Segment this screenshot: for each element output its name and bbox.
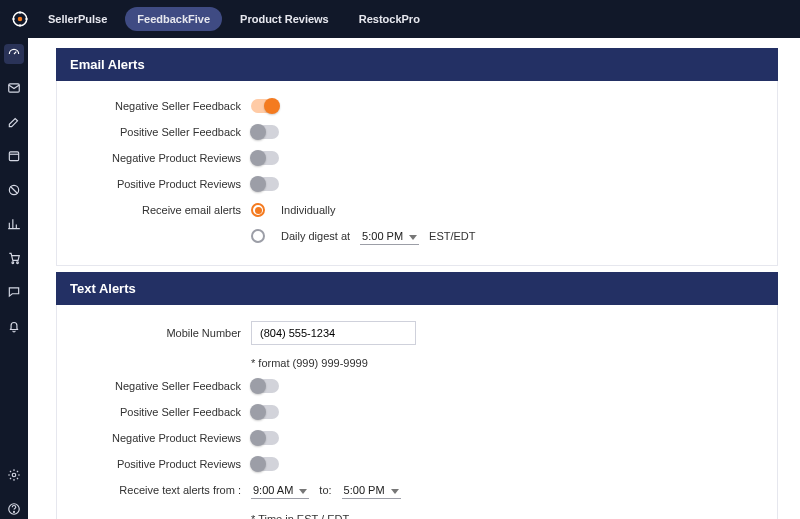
calendar-icon[interactable] (4, 146, 24, 166)
digest-tz: EST/EDT (429, 230, 475, 242)
radio-daily-digest-label: Daily digest at (281, 230, 350, 242)
block-icon[interactable] (4, 180, 24, 200)
toggle-text-neg-seller[interactable] (251, 379, 279, 393)
label-email-neg-review: Negative Product Reviews (71, 152, 251, 164)
svg-point-5 (12, 262, 14, 264)
main-content: Email Alerts Negative Seller Feedback Po… (28, 38, 800, 519)
toggle-text-neg-review[interactable] (251, 431, 279, 445)
label-text-pos-review: Positive Product Reviews (71, 458, 251, 470)
text-tz-hint: * Time in EST / EDT (251, 513, 349, 519)
toggle-email-pos-review[interactable] (251, 177, 279, 191)
nav-sellerpulse[interactable]: SellerPulse (36, 7, 119, 31)
chat-icon[interactable] (4, 282, 24, 302)
email-alerts-panel: Negative Seller Feedback Positive Seller… (56, 81, 778, 266)
select-text-to-time[interactable]: 5:00 PM (342, 482, 401, 499)
svg-rect-3 (9, 152, 18, 161)
label-email-neg-seller: Negative Seller Feedback (71, 100, 251, 112)
label-email-pos-seller: Positive Seller Feedback (71, 126, 251, 138)
top-nav: SellerPulse FeedbackFive Product Reviews… (0, 0, 800, 38)
toggle-email-neg-seller[interactable] (251, 99, 279, 113)
help-icon[interactable] (4, 499, 24, 519)
svg-point-9 (14, 511, 15, 512)
toggle-text-pos-seller[interactable] (251, 405, 279, 419)
label-text-receive: Receive text alerts from : (71, 484, 251, 496)
email-alerts-heading: Email Alerts (56, 48, 778, 81)
label-text-neg-seller: Negative Seller Feedback (71, 380, 251, 392)
nav-product-reviews[interactable]: Product Reviews (228, 7, 341, 31)
label-mobile: Mobile Number (71, 327, 251, 339)
app-logo-icon (10, 9, 30, 29)
dashboard-icon[interactable] (4, 44, 24, 64)
mobile-number-input[interactable] (251, 321, 416, 345)
toggle-email-pos-seller[interactable] (251, 125, 279, 139)
mail-icon[interactable] (4, 78, 24, 98)
mobile-format-hint: * format (999) 999-9999 (251, 357, 368, 369)
label-text-neg-review: Negative Product Reviews (71, 432, 251, 444)
radio-individually[interactable] (251, 203, 265, 217)
gear-icon[interactable] (4, 465, 24, 485)
nav-feedbackfive[interactable]: FeedbackFive (125, 7, 222, 31)
text-alerts-heading: Text Alerts (56, 272, 778, 305)
svg-point-7 (12, 473, 16, 477)
select-digest-time[interactable]: 5:00 PM (360, 228, 419, 245)
label-text-pos-seller: Positive Seller Feedback (71, 406, 251, 418)
label-email-receive: Receive email alerts (71, 204, 251, 216)
bell-icon[interactable] (4, 316, 24, 336)
radio-individually-label: Individually (281, 204, 335, 216)
toggle-email-neg-review[interactable] (251, 151, 279, 165)
to-label: to: (319, 484, 331, 496)
edit-icon[interactable] (4, 112, 24, 132)
left-sidebar (0, 38, 28, 519)
text-alerts-panel: Mobile Number * format (999) 999-9999 Ne… (56, 305, 778, 519)
svg-point-1 (18, 17, 23, 22)
analytics-icon[interactable] (4, 214, 24, 234)
svg-point-6 (17, 262, 19, 264)
cart-icon[interactable] (4, 248, 24, 268)
label-email-pos-review: Positive Product Reviews (71, 178, 251, 190)
radio-daily-digest[interactable] (251, 229, 265, 243)
toggle-text-pos-review[interactable] (251, 457, 279, 471)
select-text-from-time[interactable]: 9:00 AM (251, 482, 309, 499)
nav-restockpro[interactable]: RestockPro (347, 7, 432, 31)
